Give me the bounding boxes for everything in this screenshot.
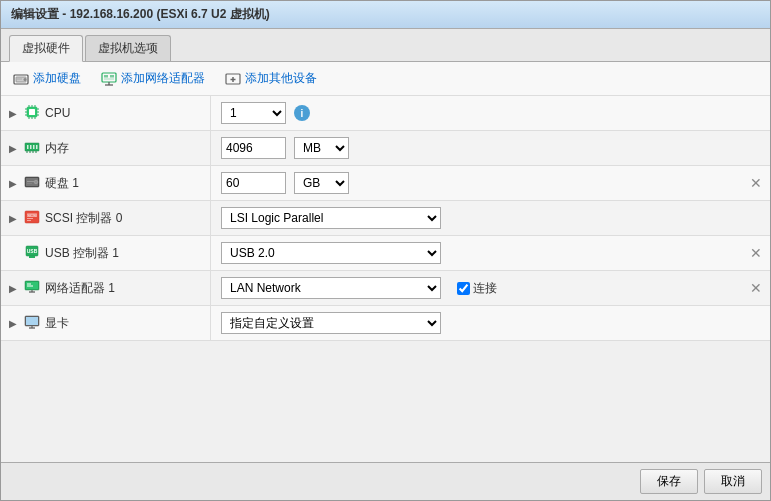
svg-rect-9 (104, 78, 114, 79)
usb-delete-cell: ✕ (746, 245, 770, 261)
usb-icon: USB (24, 244, 40, 263)
svg-rect-8 (110, 75, 114, 78)
memory-expand-arrow[interactable]: ▶ (9, 143, 19, 154)
svg-rect-49 (29, 256, 35, 258)
add-disk-button[interactable]: 添加硬盘 (9, 68, 85, 89)
cpu-config-cell: 1 2 4 8 i (211, 97, 770, 129)
display-row: ▶ 显卡 指定自定义设置 自动检测设置 (1, 306, 770, 341)
disk-size-input[interactable] (221, 172, 286, 194)
usb-label: USB 控制器 1 (45, 245, 119, 262)
save-button[interactable]: 保存 (640, 469, 698, 494)
usb-config-cell: USB 2.0 USB 3.0 USB 3.1 (211, 237, 746, 269)
usb-name-cell: USB USB 控制器 1 (1, 236, 211, 270)
svg-rect-7 (104, 75, 108, 78)
add-other-button[interactable]: 添加其他设备 (221, 68, 321, 89)
network-name-cell: ▶ 网络适配器 1 (1, 271, 211, 305)
svg-text:USB: USB (27, 248, 38, 254)
cpu-expand-arrow[interactable]: ▶ (9, 108, 19, 119)
display-type-select[interactable]: 指定自定义设置 自动检测设置 (221, 312, 441, 334)
disk-config-cell: MB GB TB (211, 167, 746, 199)
svg-rect-44 (27, 218, 33, 219)
scsi-config-cell: LSI Logic Parallel LSI Logic SAS VMware … (211, 202, 770, 234)
scsi-label: SCSI 控制器 0 (45, 210, 122, 227)
svg-rect-29 (30, 145, 32, 149)
disk-delete-button[interactable]: ✕ (746, 175, 766, 191)
cancel-button[interactable]: 取消 (704, 469, 762, 494)
display-icon (24, 314, 40, 333)
network-value-select[interactable]: LAN Network VM Network vSwitch0 (221, 277, 441, 299)
disk-name-cell: ▶ 硬盘 1 (1, 166, 211, 200)
scsi-name-cell: ▶ SCSI SCSI 控制器 0 (1, 201, 211, 235)
network-expand-arrow[interactable]: ▶ (9, 283, 19, 294)
network-row: ▶ 网络适配器 1 LAN Network VM Networ (1, 271, 770, 306)
display-label: 显卡 (45, 315, 69, 332)
svg-rect-3 (17, 78, 22, 79)
svg-rect-57 (26, 317, 38, 325)
disk-delete-cell: ✕ (746, 175, 770, 191)
disk-label: 硬盘 1 (45, 175, 79, 192)
disk-row: ▶ 硬盘 1 MB GB (1, 166, 770, 201)
svg-rect-41 (27, 183, 32, 184)
display-expand-arrow[interactable]: ▶ (9, 318, 19, 329)
main-window: 编辑设置 - 192.168.16.200 (ESXi 6.7 U2 虚拟机) … (0, 0, 771, 501)
memory-label: 内存 (45, 140, 69, 157)
scsi-type-select[interactable]: LSI Logic Parallel LSI Logic SAS VMware … (221, 207, 441, 229)
svg-text:SCSI: SCSI (27, 212, 36, 217)
cpu-info-icon[interactable]: i (294, 105, 310, 121)
svg-point-39 (35, 181, 36, 182)
memory-unit-select[interactable]: MB GB (294, 137, 349, 159)
network-icon (24, 279, 40, 298)
add-disk-icon (13, 71, 29, 87)
tab-vm-options[interactable]: 虚拟机选项 (85, 35, 171, 61)
scsi-expand-arrow[interactable]: ▶ (9, 213, 19, 224)
connect-checkbox[interactable] (457, 282, 470, 295)
svg-rect-45 (27, 220, 31, 221)
cpu-row: ▶ (1, 96, 770, 131)
cpu-name-cell: ▶ (1, 96, 211, 130)
add-network-button[interactable]: 添加网络适配器 (97, 68, 209, 89)
svg-rect-14 (29, 109, 35, 115)
add-network-icon (101, 71, 117, 87)
disk-expand-arrow[interactable]: ▶ (9, 178, 19, 189)
usb-delete-button[interactable]: ✕ (746, 245, 766, 261)
memory-name-cell: ▶ 内存 (1, 131, 211, 165)
network-delete-cell: ✕ (746, 280, 770, 296)
connect-label: 连接 (473, 280, 497, 297)
connect-checkbox-label: 连接 (457, 280, 497, 297)
devices-list: ▶ (1, 96, 770, 462)
tab-bar: 虚拟硬件 虚拟机选项 (1, 29, 770, 62)
add-network-label: 添加网络适配器 (121, 70, 205, 87)
memory-row: ▶ 内存 (1, 131, 770, 166)
window-title: 编辑设置 - 192.168.16.200 (ESXi 6.7 U2 虚拟机) (11, 7, 270, 21)
usb-type-select[interactable]: USB 2.0 USB 3.0 USB 3.1 (221, 242, 441, 264)
title-bar: 编辑设置 - 192.168.16.200 (ESXi 6.7 U2 虚拟机) (1, 1, 770, 29)
tab-hardware[interactable]: 虚拟硬件 (9, 35, 83, 62)
memory-value-input[interactable] (221, 137, 286, 159)
usb-row: USB USB 控制器 1 USB 2.0 USB 3.0 USB 3.1 ✕ (1, 236, 770, 271)
svg-rect-31 (36, 145, 38, 149)
scsi-icon: SCSI (24, 209, 40, 228)
toolbar: 添加硬盘 添加网络适配器 (1, 62, 770, 96)
cpu-label: CPU (45, 106, 70, 120)
add-other-icon (225, 71, 241, 87)
svg-point-2 (24, 78, 27, 81)
add-other-label: 添加其他设备 (245, 70, 317, 87)
display-config-cell: 指定自定义设置 自动检测设置 (211, 307, 770, 339)
svg-rect-28 (27, 145, 29, 149)
svg-rect-40 (27, 181, 34, 182)
network-config-cell: LAN Network VM Network vSwitch0 连接 (211, 272, 746, 304)
disk-unit-select[interactable]: MB GB TB (294, 172, 349, 194)
footer: 保存 取消 (1, 462, 770, 500)
scsi-row: ▶ SCSI SCSI 控制器 0 LSI Logic Parallel LSI… (1, 201, 770, 236)
memory-icon (24, 139, 40, 158)
cpu-count-select[interactable]: 1 2 4 8 (221, 102, 286, 124)
network-delete-button[interactable]: ✕ (746, 280, 766, 296)
add-disk-label: 添加硬盘 (33, 70, 81, 87)
cpu-icon (24, 104, 40, 123)
display-name-cell: ▶ 显卡 (1, 306, 211, 340)
memory-config-cell: MB GB (211, 132, 770, 164)
network-label: 网络适配器 1 (45, 280, 115, 297)
svg-rect-30 (33, 145, 35, 149)
disk-icon (24, 174, 40, 193)
